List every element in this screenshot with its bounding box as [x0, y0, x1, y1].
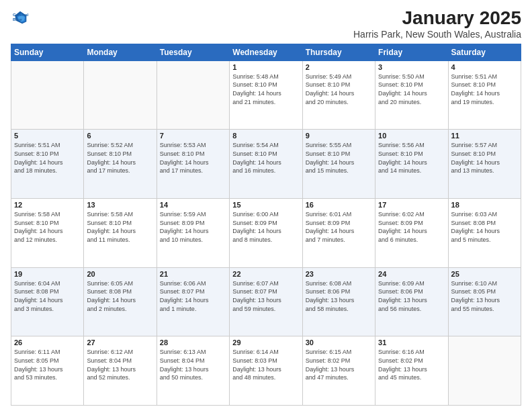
col-saturday: Saturday [448, 44, 521, 60]
table-row: 13Sunrise: 5:58 AMSunset: 8:10 PMDayligh… [84, 199, 157, 268]
day-info: Sunrise: 5:58 AMSunset: 8:10 PMDaylight:… [14, 210, 81, 244]
col-sunday: Sunday [11, 44, 84, 60]
day-number: 10 [378, 132, 445, 140]
day-number: 19 [14, 270, 81, 278]
day-info: Sunrise: 5:56 AMSunset: 8:10 PMDaylight:… [378, 141, 445, 175]
svg-text:Blue: Blue [13, 17, 22, 21]
table-row: 11Sunrise: 5:57 AMSunset: 8:10 PMDayligh… [448, 130, 521, 199]
day-info: Sunrise: 6:04 AMSunset: 8:08 PMDaylight:… [14, 279, 81, 313]
day-number: 14 [160, 201, 226, 209]
col-thursday: Thursday [302, 44, 375, 60]
table-row: 18Sunrise: 6:03 AMSunset: 8:08 PMDayligh… [448, 199, 521, 268]
day-number: 2 [306, 63, 372, 71]
day-number: 21 [160, 270, 226, 278]
table-row: 16Sunrise: 6:01 AMSunset: 8:09 PMDayligh… [302, 199, 375, 268]
day-info: Sunrise: 6:08 AMSunset: 8:06 PMDaylight:… [306, 279, 372, 313]
day-info: Sunrise: 5:54 AMSunset: 8:10 PMDaylight:… [232, 141, 299, 175]
table-row: 27Sunrise: 6:12 AMSunset: 8:04 PMDayligh… [84, 336, 157, 406]
table-row: 19Sunrise: 6:04 AMSunset: 8:08 PMDayligh… [11, 267, 84, 336]
day-info: Sunrise: 6:02 AMSunset: 8:09 PMDaylight:… [378, 210, 445, 244]
table-row: 25Sunrise: 6:10 AMSunset: 8:05 PMDayligh… [448, 267, 521, 336]
table-row: 4Sunrise: 5:51 AMSunset: 8:10 PMDaylight… [448, 60, 521, 130]
day-info: Sunrise: 5:53 AMSunset: 8:10 PMDaylight:… [160, 141, 226, 175]
calendar-title: January 2025 [353, 8, 521, 29]
table-row [448, 336, 521, 406]
day-info: Sunrise: 5:51 AMSunset: 8:10 PMDaylight:… [14, 141, 81, 175]
day-number: 18 [451, 201, 518, 209]
page: General Blue January 2025 Harris Park, N… [0, 0, 532, 411]
table-row: 23Sunrise: 6:08 AMSunset: 8:06 PMDayligh… [302, 267, 375, 336]
table-row: 10Sunrise: 5:56 AMSunset: 8:10 PMDayligh… [375, 130, 448, 199]
day-info: Sunrise: 5:59 AMSunset: 8:09 PMDaylight:… [160, 210, 226, 244]
day-number: 27 [87, 338, 153, 347]
calendar-week-row: 5Sunrise: 5:51 AMSunset: 8:10 PMDaylight… [11, 130, 521, 199]
day-number: 4 [451, 63, 518, 71]
day-info: Sunrise: 5:52 AMSunset: 8:10 PMDaylight:… [87, 141, 153, 175]
day-number: 3 [378, 63, 445, 71]
table-row: 12Sunrise: 5:58 AMSunset: 8:10 PMDayligh… [11, 199, 84, 268]
table-row [11, 60, 84, 130]
day-number: 17 [378, 201, 445, 209]
day-info: Sunrise: 5:51 AMSunset: 8:10 PMDaylight:… [451, 73, 518, 106]
table-row: 9Sunrise: 5:55 AMSunset: 8:10 PMDaylight… [302, 130, 375, 199]
table-row: 30Sunrise: 6:15 AMSunset: 8:02 PMDayligh… [302, 336, 375, 406]
day-info: Sunrise: 6:03 AMSunset: 8:08 PMDaylight:… [451, 210, 518, 244]
table-row: 17Sunrise: 6:02 AMSunset: 8:09 PMDayligh… [375, 199, 448, 268]
day-number: 11 [451, 132, 518, 140]
table-row: 14Sunrise: 5:59 AMSunset: 8:09 PMDayligh… [157, 199, 229, 268]
table-row: 2Sunrise: 5:49 AMSunset: 8:10 PMDaylight… [302, 60, 375, 130]
day-number: 28 [160, 338, 226, 347]
table-row: 15Sunrise: 6:00 AMSunset: 8:09 PMDayligh… [230, 199, 302, 268]
table-row: 22Sunrise: 6:07 AMSunset: 8:07 PMDayligh… [230, 267, 302, 336]
day-number: 12 [14, 201, 81, 209]
day-info: Sunrise: 6:11 AMSunset: 8:05 PMDaylight:… [14, 348, 81, 381]
table-row: 29Sunrise: 6:14 AMSunset: 8:03 PMDayligh… [230, 336, 302, 406]
day-info: Sunrise: 6:01 AMSunset: 8:09 PMDaylight:… [306, 210, 372, 244]
day-number: 20 [87, 270, 153, 278]
day-number: 26 [14, 338, 81, 347]
calendar-table: Sunday Monday Tuesday Wednesday Thursday… [11, 44, 521, 406]
logo-icon: General Blue [11, 8, 30, 27]
day-info: Sunrise: 6:10 AMSunset: 8:05 PMDaylight:… [451, 279, 518, 313]
calendar-week-row: 26Sunrise: 6:11 AMSunset: 8:05 PMDayligh… [11, 336, 521, 406]
logo: General Blue [11, 8, 30, 27]
table-row [157, 60, 229, 130]
table-row: 21Sunrise: 6:06 AMSunset: 8:07 PMDayligh… [157, 267, 229, 336]
title-block: January 2025 Harris Park, New South Wale… [353, 8, 521, 40]
day-info: Sunrise: 6:15 AMSunset: 8:02 PMDaylight:… [306, 348, 372, 381]
table-row: 1Sunrise: 5:48 AMSunset: 8:10 PMDaylight… [230, 60, 302, 130]
table-row: 26Sunrise: 6:11 AMSunset: 8:05 PMDayligh… [11, 336, 84, 406]
table-row: 28Sunrise: 6:13 AMSunset: 8:04 PMDayligh… [157, 336, 229, 406]
day-number: 13 [87, 201, 153, 209]
day-number: 30 [306, 338, 372, 347]
day-number: 23 [306, 270, 372, 278]
day-number: 15 [232, 201, 299, 209]
day-info: Sunrise: 6:06 AMSunset: 8:07 PMDaylight:… [160, 279, 226, 313]
calendar-subtitle: Harris Park, New South Wales, Australia [353, 29, 521, 40]
day-info: Sunrise: 6:09 AMSunset: 8:06 PMDaylight:… [378, 279, 445, 313]
day-number: 7 [160, 132, 226, 140]
day-info: Sunrise: 6:12 AMSunset: 8:04 PMDaylight:… [87, 348, 153, 381]
col-wednesday: Wednesday [230, 44, 302, 60]
day-number: 22 [232, 270, 299, 278]
calendar-header-row: Sunday Monday Tuesday Wednesday Thursday… [11, 44, 521, 60]
day-info: Sunrise: 6:05 AMSunset: 8:08 PMDaylight:… [87, 279, 153, 313]
table-row: 7Sunrise: 5:53 AMSunset: 8:10 PMDaylight… [157, 130, 229, 199]
table-row: 3Sunrise: 5:50 AMSunset: 8:10 PMDaylight… [375, 60, 448, 130]
day-info: Sunrise: 6:00 AMSunset: 8:09 PMDaylight:… [232, 210, 299, 244]
calendar-week-row: 19Sunrise: 6:04 AMSunset: 8:08 PMDayligh… [11, 267, 521, 336]
day-number: 16 [306, 201, 372, 209]
day-number: 24 [378, 270, 445, 278]
day-info: Sunrise: 6:07 AMSunset: 8:07 PMDaylight:… [232, 279, 299, 313]
day-number: 1 [232, 63, 299, 71]
day-number: 25 [451, 270, 518, 278]
table-row: 8Sunrise: 5:54 AMSunset: 8:10 PMDaylight… [230, 130, 302, 199]
day-number: 29 [232, 338, 299, 347]
col-monday: Monday [84, 44, 157, 60]
day-info: Sunrise: 5:57 AMSunset: 8:10 PMDaylight:… [451, 141, 518, 175]
day-number: 5 [14, 132, 81, 140]
col-friday: Friday [375, 44, 448, 60]
day-info: Sunrise: 5:55 AMSunset: 8:10 PMDaylight:… [306, 141, 372, 175]
table-row: 5Sunrise: 5:51 AMSunset: 8:10 PMDaylight… [11, 130, 84, 199]
day-number: 31 [378, 338, 445, 347]
